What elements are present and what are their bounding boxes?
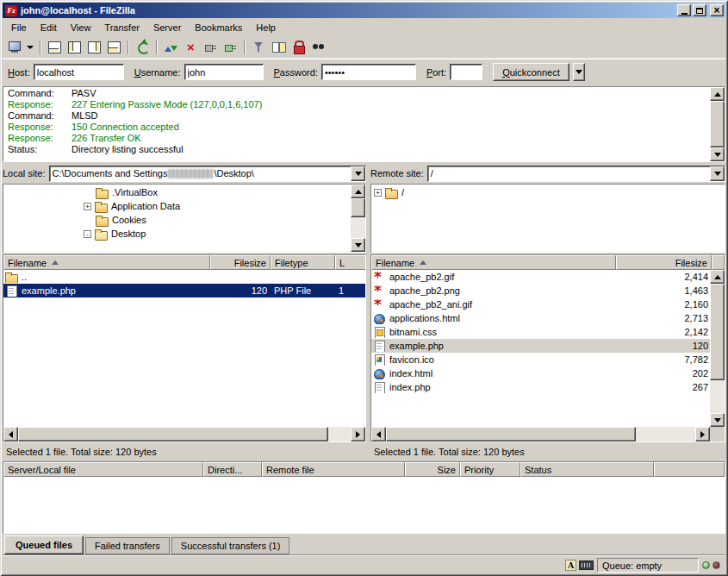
html-icon	[373, 313, 386, 324]
menu-item-server[interactable]: Server	[146, 21, 188, 34]
file-row-example-php[interactable]: example.php120PHP File1	[3, 284, 365, 297]
host-input[interactable]	[34, 64, 124, 80]
tree-item-application-data[interactable]: +Application Data	[4, 199, 350, 213]
column-header-l[interactable]: L	[335, 255, 365, 270]
scroll-up-button[interactable]	[710, 87, 725, 101]
toggle-transfer-queue-icon[interactable]	[104, 38, 124, 57]
scroll-right-button[interactable]	[695, 427, 710, 441]
process-queue-icon[interactable]	[161, 38, 181, 57]
menu-item-file[interactable]: File	[4, 21, 34, 34]
close-button[interactable]: ×	[710, 4, 724, 16]
minimize-button[interactable]	[677, 4, 691, 16]
column-header-status[interactable]: Status	[520, 462, 654, 477]
toggle-local-tree-icon[interactable]	[65, 38, 84, 57]
transfer-queue[interactable]	[3, 477, 725, 533]
site-manager-dropdown-icon[interactable]	[25, 38, 36, 57]
refresh-icon[interactable]	[133, 38, 152, 57]
local-path-dropdown[interactable]	[351, 166, 365, 181]
log-scroll-thumb[interactable]	[710, 101, 725, 147]
password-input[interactable]	[321, 64, 416, 80]
tab-failed-transfers[interactable]: Failed transfers	[85, 537, 170, 554]
scroll-right-button[interactable]	[351, 427, 365, 441]
menu-item-edit[interactable]: Edit	[34, 21, 64, 34]
list-scroll-thumb[interactable]	[710, 284, 725, 380]
titlebar[interactable]: Fz john@localhost - FileZilla ×	[3, 3, 725, 18]
port-input[interactable]	[450, 64, 482, 80]
file-row-bitnami-css[interactable]: bitnami.css2,142	[371, 325, 710, 339]
column-header-filetype[interactable]: Filetype	[271, 255, 335, 270]
tree-item-item[interactable]: +/	[372, 185, 724, 199]
toolbar-separator	[244, 41, 246, 54]
disconnect-icon[interactable]	[201, 38, 221, 57]
column-header-remote-file[interactable]: Remote file	[262, 462, 405, 477]
scroll-down-button[interactable]	[710, 413, 725, 427]
tree-item-virtualbox[interactable]: .VirtualBox	[4, 185, 350, 199]
username-input[interactable]	[184, 64, 264, 80]
column-header-filename[interactable]: Filename	[3, 255, 210, 270]
menu-item-transfer[interactable]: Transfer	[97, 21, 146, 34]
menu-item-bookmarks[interactable]: Bookmarks	[188, 21, 249, 34]
remote-hscrollbar[interactable]	[371, 427, 725, 441]
scroll-left-button[interactable]	[3, 427, 18, 441]
queue-status-text: Queue: empty	[602, 560, 662, 571]
sync-browsing-icon[interactable]	[289, 38, 308, 57]
column-header-filename[interactable]: Filename	[371, 255, 616, 270]
sort-ascending-icon	[420, 260, 426, 265]
file-row-applications-html[interactable]: applications.html2,713	[371, 311, 710, 325]
chevron-down-icon	[576, 70, 582, 78]
column-header-filesize[interactable]: Filesize	[616, 255, 712, 270]
remote-path-dropdown[interactable]	[710, 166, 725, 181]
file-row-apache-pb2-ani-gif[interactable]: apache_pb2_ani.gif2,160	[371, 297, 710, 311]
filter-icon[interactable]	[249, 38, 269, 57]
file-row-index-html[interactable]: index.html202	[371, 366, 710, 380]
column-header-size[interactable]: Size	[405, 462, 460, 477]
log-scrollbar[interactable]	[710, 87, 725, 161]
tab-queued-files[interactable]: Queued files	[4, 535, 84, 554]
cancel-icon[interactable]	[181, 38, 201, 57]
tree-expander[interactable]: +	[374, 189, 382, 197]
tree-expander[interactable]: -	[84, 230, 91, 238]
toggle-message-log-icon[interactable]	[45, 38, 65, 57]
chevron-down-icon	[355, 172, 362, 179]
local-path-combo[interactable]: C:\Documents and Settings \Desktop\	[49, 166, 366, 182]
local-site-label: Local site:	[3, 168, 46, 178]
remote-path-combo[interactable]: /	[427, 166, 725, 182]
column-header-priority[interactable]: Priority	[460, 462, 520, 477]
toggle-remote-tree-icon[interactable]	[84, 38, 104, 57]
tree-expander[interactable]: +	[84, 203, 91, 210]
file-row-index-php[interactable]: index.php267	[371, 380, 710, 394]
file-row-example-php[interactable]: example.php120	[371, 339, 710, 353]
hscroll-thumb[interactable]	[386, 427, 636, 441]
log-line: Command:MLSD	[4, 110, 708, 122]
tree-item-desktop[interactable]: -Desktop	[4, 227, 350, 241]
menu-item-help[interactable]: Help	[249, 21, 283, 34]
column-header-filesize[interactable]: Filesize	[210, 255, 271, 270]
local-tree-scrollbar[interactable]	[351, 185, 365, 252]
quickconnect-dropdown[interactable]	[573, 63, 585, 81]
scroll-left-button[interactable]	[371, 427, 386, 441]
menu-item-view[interactable]: View	[64, 21, 98, 34]
file-row-item[interactable]: ..	[3, 270, 365, 284]
tab-successful-transfers-1[interactable]: Successful transfers (1)	[171, 537, 290, 554]
tree-item-cookies[interactable]: Cookies	[4, 213, 350, 227]
file-row-favicon-ico[interactable]: favicon.ico7,782	[371, 353, 710, 366]
remote-list-scrollbar[interactable]	[710, 270, 725, 427]
maximize-button[interactable]	[693, 4, 706, 16]
scroll-down-button[interactable]	[351, 238, 365, 252]
column-header-directi[interactable]: Directi...	[203, 462, 262, 477]
compare-icon[interactable]	[269, 38, 289, 57]
site-manager-icon[interactable]	[5, 38, 25, 57]
file-row-apache-pb2-gif[interactable]: apache_pb2.gif2,414	[371, 270, 710, 284]
scroll-up-button[interactable]	[351, 185, 365, 198]
scroll-down-button[interactable]	[710, 147, 725, 161]
scroll-up-button[interactable]	[710, 270, 725, 284]
quickconnect-button[interactable]: Quickconnect	[493, 63, 569, 81]
hscroll-thumb[interactable]	[18, 427, 328, 441]
local-hscrollbar[interactable]	[3, 427, 365, 441]
find-icon[interactable]	[308, 38, 328, 57]
file-row-apache-pb2-png[interactable]: apache_pb2.png1,463	[371, 284, 710, 297]
scrollbar-corner	[710, 427, 725, 441]
column-header-server-local-file[interactable]: Server/Local file	[3, 462, 203, 477]
reconnect-icon[interactable]	[221, 38, 240, 57]
tree-scroll-thumb[interactable]	[351, 198, 365, 217]
